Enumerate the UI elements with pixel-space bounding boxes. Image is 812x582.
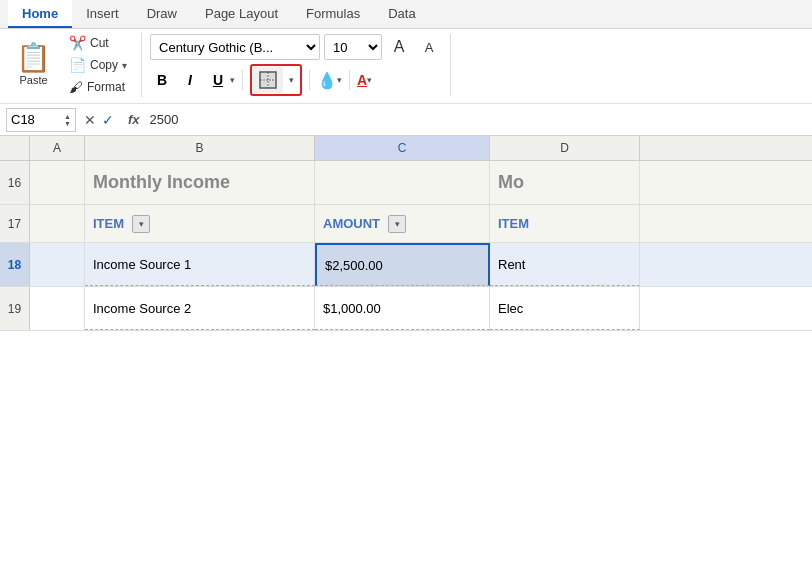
underline-dropdown-arrow[interactable]: ▾ [230,75,235,85]
borders-wrap: ▾ [250,64,302,96]
formula-icons: ✕ ✓ [84,112,114,128]
borders-dropdown-arrow[interactable]: ▾ [283,67,299,93]
cell-ref-up-arrow[interactable]: ▲ [64,113,71,120]
cell-a19[interactable] [30,287,85,330]
cell-ref-down-arrow[interactable]: ▼ [64,120,71,127]
amount-header-label: AMOUNT [323,216,380,231]
paste-label: Paste [19,74,47,86]
confirm-formula-icon[interactable]: ✓ [102,112,114,128]
cell-b17[interactable]: ITEM ▾ [85,205,315,242]
font-color-button[interactable]: A ▾ [357,72,372,88]
tab-home[interactable]: Home [8,0,72,28]
borders-icon [259,71,277,89]
cell-b19[interactable]: Income Source 2 [85,287,315,330]
row-number-16: 16 [0,161,30,204]
cell-d19[interactable]: Elec [490,287,640,330]
formula-bar: C18 ▲ ▼ ✕ ✓ fx [0,104,812,136]
ribbon-content: 📋 Paste ✂️ Cut 📄 Copy ▾ 🖌 Format [0,29,812,103]
cell-d18[interactable]: Rent [490,243,640,286]
row-number-17: 17 [0,205,30,242]
format-button[interactable]: 🖌 Format [63,77,133,97]
formula-input[interactable] [150,112,806,127]
font-row1: Century Gothic (B... 10 A A [150,34,442,60]
cut-label: Cut [90,36,109,50]
cell-b18-value: Income Source 1 [93,257,191,272]
paste-button[interactable]: 📋 Paste [8,40,59,90]
col-header-a[interactable]: A [30,136,85,160]
font-row2: B I U ▾ [150,64,442,96]
tab-data[interactable]: Data [374,0,429,28]
small-buttons: ✂️ Cut 📄 Copy ▾ 🖌 Format [63,33,133,97]
font-family-select[interactable]: Century Gothic (B... [150,34,320,60]
col-header-d[interactable]: D [490,136,640,160]
cell-d16[interactable]: Mo [490,161,640,204]
monthly-income-label: Monthly Income [93,172,230,193]
cell-c19[interactable]: $1,000.00 [315,287,490,330]
cell-c18-value: $2,500.00 [325,258,383,273]
underline-button[interactable]: U [206,68,230,92]
format-icon: 🖌 [69,79,83,95]
cell-d16-value: Mo [498,172,524,193]
copy-label: Copy [90,58,118,72]
fill-color-dropdown-arrow[interactable]: ▾ [337,75,342,85]
tab-insert[interactable]: Insert [72,0,133,28]
svg-rect-6 [269,81,275,87]
amount-filter-dropdown[interactable]: ▾ [388,215,406,233]
format-label: Format [87,80,125,94]
grid-area: A B C D 16 Monthly Income Mo 17 ITEM ▾ A… [0,136,812,331]
font-color-icon: A [357,72,367,88]
borders-highlight: ▾ [250,64,302,96]
table-row: 17 ITEM ▾ AMOUNT ▾ ITEM [0,205,812,243]
font-size-select[interactable]: 10 [324,34,382,60]
copy-dropdown-arrow: ▾ [122,60,127,71]
cell-a17[interactable] [30,205,85,242]
row-number-18: 18 [0,243,30,286]
cell-d19-value: Elec [498,301,523,316]
item-header-label: ITEM [93,216,124,231]
corner-cell [0,136,30,160]
cell-b18[interactable]: Income Source 1 [85,243,315,286]
font-color-dropdown-arrow[interactable]: ▾ [367,75,372,85]
table-row: 18 Income Source 1 $2,500.00 Rent [0,243,812,287]
item-filter-dropdown[interactable]: ▾ [132,215,150,233]
cell-a18[interactable] [30,243,85,286]
cancel-formula-icon[interactable]: ✕ [84,112,96,128]
font-group: Century Gothic (B... 10 A A B I U ▾ [150,34,451,96]
copy-button[interactable]: 📄 Copy ▾ [63,55,133,75]
clipboard-group: 📋 Paste ✂️ Cut 📄 Copy ▾ 🖌 Format [8,33,142,97]
ribbon: 📋 Paste ✂️ Cut 📄 Copy ▾ 🖌 Format [0,29,812,104]
svg-rect-5 [261,81,267,87]
cell-b19-value: Income Source 2 [93,301,191,316]
cell-a16[interactable] [30,161,85,204]
cell-reference-value: C18 [11,112,35,127]
cell-b16[interactable]: Monthly Income [85,161,315,204]
underline-group: U ▾ [206,68,235,92]
d-item-header-label: ITEM [498,216,529,231]
cell-c17[interactable]: AMOUNT ▾ [315,205,490,242]
tab-formulas[interactable]: Formulas [292,0,374,28]
tab-draw[interactable]: Draw [133,0,191,28]
fx-label: fx [128,112,140,127]
cell-c18[interactable]: $2,500.00 [315,243,490,286]
tab-page-layout[interactable]: Page Layout [191,0,292,28]
cell-c19-value: $1,000.00 [323,301,381,316]
cell-c16[interactable] [315,161,490,204]
font-shrink-button[interactable]: A [416,34,442,60]
cell-d18-value: Rent [498,257,525,272]
cut-button[interactable]: ✂️ Cut [63,33,133,53]
fill-color-button[interactable]: 💧 ▾ [317,71,342,90]
cell-reference-box[interactable]: C18 ▲ ▼ [6,108,76,132]
italic-button[interactable]: I [178,68,202,92]
separator2 [309,70,310,90]
table-row: 16 Monthly Income Mo [0,161,812,205]
svg-rect-4 [269,73,275,79]
separator3 [349,70,350,90]
col-header-c[interactable]: C [315,136,490,160]
bold-button[interactable]: B [150,68,174,92]
cell-d17[interactable]: ITEM [490,205,640,242]
font-grow-button[interactable]: A [386,34,412,60]
svg-rect-3 [261,73,267,79]
borders-button[interactable] [253,67,283,93]
table-row: 19 Income Source 2 $1,000.00 Elec [0,287,812,331]
col-header-b[interactable]: B [85,136,315,160]
